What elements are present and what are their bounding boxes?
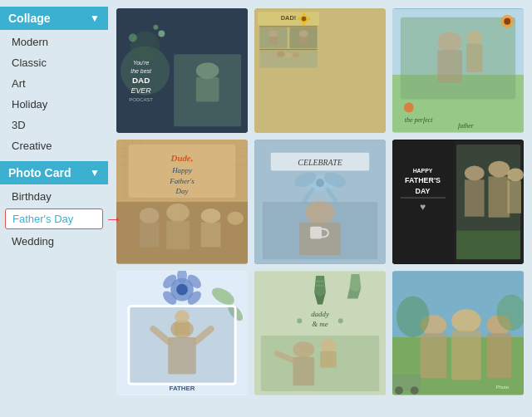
sidebar-item-holiday[interactable]: Holiday xyxy=(0,94,108,115)
svg-rect-28 xyxy=(298,37,308,44)
main-content: You're the best DAD EVER PODCAST xyxy=(108,0,532,417)
svg-rect-95 xyxy=(489,176,510,217)
svg-point-45 xyxy=(504,18,510,25)
sidebar-item-birthday[interactable]: Birthday xyxy=(0,186,108,207)
svg-point-94 xyxy=(489,161,510,178)
card-grid: You're the best DAD EVER PODCAST xyxy=(116,8,524,395)
svg-rect-139 xyxy=(421,333,447,378)
svg-point-13 xyxy=(129,34,137,42)
svg-point-128 xyxy=(338,318,343,323)
svg-text:CELEBRATE: CELEBRATE xyxy=(298,158,342,167)
svg-point-32 xyxy=(285,52,291,57)
svg-text:Photo: Photo xyxy=(496,385,510,390)
svg-rect-5 xyxy=(196,77,219,102)
svg-text:Dude,: Dude, xyxy=(170,153,194,163)
svg-point-80 xyxy=(305,201,335,224)
svg-point-64 xyxy=(166,204,190,222)
svg-rect-141 xyxy=(451,331,481,380)
sidebar-item-modern[interactable]: Modern xyxy=(0,32,108,52)
svg-rect-97 xyxy=(507,180,521,213)
card-9[interactable]: Photo xyxy=(392,271,524,395)
svg-rect-26 xyxy=(268,37,278,44)
svg-point-20 xyxy=(307,17,311,20)
svg-text:father: father xyxy=(458,122,475,130)
svg-point-40 xyxy=(437,32,462,52)
card-4[interactable]: Dude, Happy Father's Day xyxy=(116,140,248,264)
svg-rect-63 xyxy=(140,223,160,248)
svg-text:FATHER: FATHER xyxy=(170,385,195,392)
svg-rect-43 xyxy=(466,43,483,72)
sidebar-item-art[interactable]: Art xyxy=(0,73,108,94)
svg-point-112 xyxy=(175,310,190,323)
svg-point-132 xyxy=(320,339,337,352)
card-3[interactable]: the perfect father xyxy=(392,8,524,133)
svg-rect-143 xyxy=(487,333,512,378)
svg-point-144 xyxy=(397,297,430,337)
svg-point-19 xyxy=(303,12,305,16)
svg-text:DAY: DAY xyxy=(416,187,431,195)
svg-text:Happy: Happy xyxy=(171,166,192,174)
svg-text:You're: You're xyxy=(133,60,150,66)
svg-text:Day: Day xyxy=(175,187,189,195)
collage-label: Collage xyxy=(8,12,51,25)
photo-card-label: Photo Card xyxy=(8,166,71,179)
svg-point-18 xyxy=(302,17,307,22)
sidebar: Collage ▼ Modern Classic Art Holiday 3D … xyxy=(0,0,108,417)
svg-rect-41 xyxy=(437,50,462,83)
sidebar-item-3d[interactable]: 3D xyxy=(0,115,108,135)
svg-point-46 xyxy=(404,103,414,113)
collage-section-header[interactable]: Collage ▼ xyxy=(0,7,108,30)
svg-point-149 xyxy=(411,386,419,395)
card-7[interactable]: FATHER xyxy=(116,271,248,395)
svg-point-42 xyxy=(466,32,483,45)
svg-point-27 xyxy=(298,31,308,37)
svg-point-66 xyxy=(201,208,221,223)
svg-text:♥: ♥ xyxy=(420,201,426,213)
svg-point-62 xyxy=(140,208,160,224)
card-6[interactable]: HAPPY FATHER'S DAY ♥ xyxy=(392,140,524,264)
svg-point-11 xyxy=(158,31,165,37)
sidebar-item-fathers-day[interactable]: Father's Day xyxy=(5,208,103,229)
svg-point-68 xyxy=(227,212,244,225)
svg-rect-133 xyxy=(320,351,337,368)
svg-text:Father's: Father's xyxy=(169,177,195,185)
svg-point-33 xyxy=(293,52,299,56)
card-5[interactable]: CELEBRATE xyxy=(254,140,386,264)
collage-chevron-icon: ▼ xyxy=(90,12,100,24)
svg-point-12 xyxy=(153,25,158,30)
svg-text:DAD: DAD xyxy=(132,76,150,85)
svg-marker-123 xyxy=(350,274,362,292)
svg-text:DAD!: DAD! xyxy=(281,14,296,22)
svg-point-127 xyxy=(297,318,302,323)
svg-point-30 xyxy=(269,52,276,57)
svg-point-22 xyxy=(297,17,301,20)
fathers-day-row: Father's Day → xyxy=(0,208,108,229)
svg-point-25 xyxy=(268,31,278,37)
svg-text:EVER: EVER xyxy=(131,86,152,95)
sidebar-item-classic[interactable]: Classic xyxy=(0,52,108,73)
svg-rect-67 xyxy=(201,223,221,248)
svg-text:HAPPY: HAPPY xyxy=(413,168,433,174)
svg-text:the perfect: the perfect xyxy=(405,116,433,124)
svg-text:& me: & me xyxy=(312,320,328,328)
svg-rect-113 xyxy=(175,322,190,335)
sidebar-item-wedding[interactable]: Wedding xyxy=(0,231,108,252)
card-2[interactable]: DAD! xyxy=(254,8,386,133)
svg-point-106 xyxy=(176,284,188,296)
svg-point-140 xyxy=(451,309,481,332)
svg-rect-131 xyxy=(293,357,314,386)
svg-text:the best: the best xyxy=(131,68,152,74)
card-8[interactable]: daddy & me xyxy=(254,271,386,395)
svg-rect-114 xyxy=(168,337,196,374)
photo-card-chevron-icon: ▼ xyxy=(90,167,100,179)
svg-point-96 xyxy=(507,169,524,182)
photo-card-section-header[interactable]: Photo Card ▼ xyxy=(0,161,108,184)
svg-point-31 xyxy=(277,51,284,56)
sidebar-item-creative[interactable]: Creative xyxy=(0,135,108,156)
svg-text:PODCAST: PODCAST xyxy=(129,97,153,102)
svg-rect-98 xyxy=(456,231,520,260)
svg-point-4 xyxy=(196,62,219,79)
svg-point-130 xyxy=(293,341,314,358)
svg-point-76 xyxy=(316,179,324,187)
card-1[interactable]: You're the best DAD EVER PODCAST xyxy=(116,8,248,133)
